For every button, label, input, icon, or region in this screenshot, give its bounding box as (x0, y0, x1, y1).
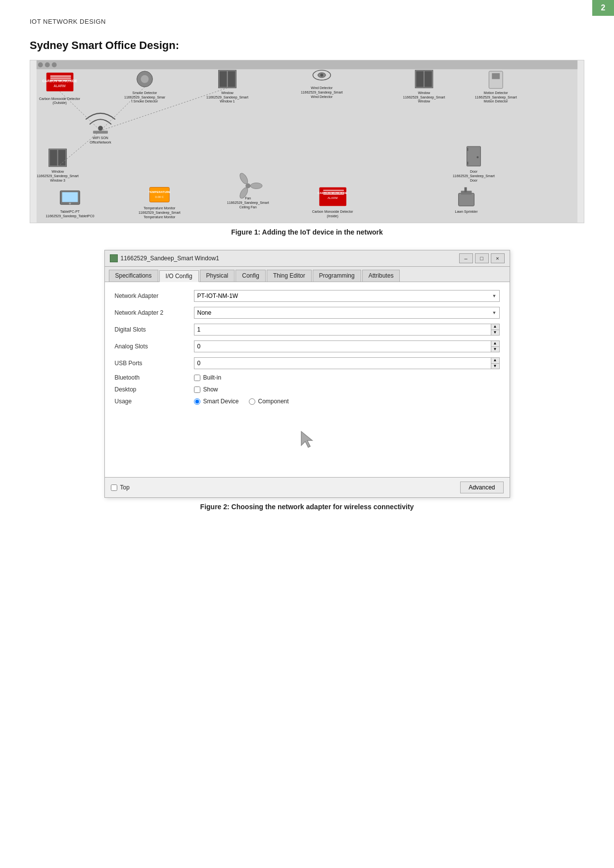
svg-text:Temperature Monitor: Temperature Monitor (143, 215, 176, 219)
svg-rect-32 (416, 71, 424, 87)
network-adapter-label: Network Adapter (115, 292, 194, 299)
dialog-controls[interactable]: – □ × (459, 253, 505, 263)
component-radio[interactable] (249, 398, 255, 405)
advanced-button[interactable]: Advanced (460, 482, 503, 493)
section-title: Sydney Smart Office Design: (30, 39, 584, 52)
svg-rect-55 (467, 162, 469, 165)
usb-ports-decrement[interactable]: ▼ (491, 364, 499, 369)
digital-slots-control[interactable]: ▲ ▼ (194, 324, 500, 336)
tab-attributes[interactable]: Attributes (362, 270, 400, 282)
usage-control[interactable]: Smart Device Component (194, 398, 500, 405)
network-adapter2-select-wrapper[interactable]: None PT-IOT-NM-1W (194, 307, 500, 319)
top-checkbox[interactable] (111, 484, 117, 491)
desktop-checkbox-label[interactable]: Show (194, 386, 218, 393)
tab-io-config[interactable]: I/O Config (159, 270, 199, 282)
analog-slots-increment[interactable]: ▲ (491, 341, 499, 347)
usb-ports-control[interactable]: ▲ ▼ (194, 357, 500, 369)
bluetooth-row: Bluetooth Built-in (115, 374, 500, 381)
minimize-button[interactable]: – (459, 253, 473, 263)
bluetooth-checkbox-label[interactable]: Built-in (194, 374, 222, 381)
network-adapter2-select[interactable]: None PT-IOT-NM-1W (194, 307, 500, 319)
svg-text:Motion Detector: Motion Detector (484, 99, 509, 103)
usb-ports-label: USB Ports (115, 360, 194, 367)
component-label: Component (258, 398, 289, 405)
bluetooth-checkbox[interactable] (194, 375, 200, 381)
network-adapter-row: Network Adapter PT-IOT-NM-1W None (115, 290, 500, 302)
digital-slots-input[interactable] (194, 324, 491, 336)
svg-point-42 (98, 126, 103, 131)
svg-text:11662529_Sandeep_Smart: 11662529_Sandeep_Smart (403, 96, 445, 99)
digital-slots-row: Digital Slots ▲ ▼ (115, 324, 500, 336)
figure2-caption: Figure 2: Choosing the network adapter f… (30, 503, 584, 511)
svg-text:Temperature Monitor: Temperature Monitor (143, 206, 176, 210)
top-checkbox-label[interactable]: Top (111, 484, 130, 491)
svg-point-3 (45, 62, 50, 67)
usb-ports-input[interactable] (194, 357, 491, 369)
svg-text:Carbon Monoxide Detector: Carbon Monoxide Detector (39, 97, 81, 100)
network-adapter2-row: Network Adapter 2 None PT-IOT-NM-1W (115, 307, 500, 319)
tab-specifications[interactable]: Specifications (109, 270, 158, 282)
tab-config[interactable]: Config (236, 270, 266, 282)
analog-slots-input[interactable] (194, 340, 491, 352)
maximize-button[interactable]: □ (475, 253, 489, 263)
network-adapter-select-wrapper[interactable]: PT-IOT-NM-1W None (194, 290, 500, 302)
network-adapter-control[interactable]: PT-IOT-NM-1W None (194, 290, 500, 302)
svg-text:Window: Window (418, 99, 431, 103)
smart-device-radio[interactable] (194, 398, 200, 405)
digital-slots-increment[interactable]: ▲ (491, 324, 499, 330)
usb-ports-spinner-btns[interactable]: ▲ ▼ (491, 357, 500, 369)
svg-rect-33 (425, 71, 432, 87)
svg-rect-54 (467, 148, 469, 151)
desktop-control[interactable]: Show (194, 386, 500, 393)
digital-slots-spinner[interactable]: ▲ ▼ (194, 324, 500, 336)
svg-rect-43 (93, 131, 108, 134)
svg-text:Fan: Fan (245, 196, 251, 200)
svg-point-27 (320, 74, 323, 77)
top-label: Top (120, 484, 130, 491)
svg-text:Window: Window (418, 91, 431, 95)
usb-ports-increment[interactable]: ▲ (491, 358, 499, 364)
svg-point-53 (476, 156, 478, 158)
dialog-tabs[interactable]: Specifications I/O Config Physical Confi… (105, 267, 510, 282)
svg-text:ALARM: ALARM (328, 196, 338, 199)
svg-text:11662529_Sandeep_Smart: 11662529_Sandeep_Smart (453, 174, 495, 178)
analog-slots-control[interactable]: ▲ ▼ (194, 340, 500, 352)
component-radio-label[interactable]: Component (249, 398, 289, 405)
svg-text:Window: Window (221, 91, 234, 95)
svg-rect-1 (37, 60, 577, 69)
digital-slots-decrement[interactable]: ▼ (491, 330, 499, 336)
svg-text:11662529_Sandeep_Smar: 11662529_Sandeep_Smar (124, 96, 166, 99)
svg-text:Wind Detector: Wind Detector (311, 86, 333, 90)
dialog-title: 11662529_Sandeep_Smart Window1 (110, 254, 219, 262)
svg-text:0.00 C: 0.00 C (155, 195, 164, 198)
usb-ports-spinner[interactable]: ▲ ▼ (194, 357, 500, 369)
bluetooth-control[interactable]: Built-in (194, 374, 500, 381)
tab-programming[interactable]: Programming (313, 270, 361, 282)
digital-slots-label: Digital Slots (115, 326, 194, 333)
window-icon (110, 254, 118, 262)
analog-slots-spinner[interactable]: ▲ ▼ (194, 340, 500, 352)
tab-thing-editor[interactable]: Thing Editor (267, 270, 312, 282)
svg-text:(Outside): (Outside) (52, 101, 67, 105)
svg-text:Window: Window (51, 170, 64, 173)
svg-text:Smoke Detector: Smoke Detector (133, 91, 157, 95)
dialog-body: Network Adapter PT-IOT-NM-1W None Networ… (105, 282, 510, 477)
smart-device-radio-label[interactable]: Smart Device (194, 398, 239, 405)
svg-rect-85 (459, 193, 474, 206)
tab-physical[interactable]: Physical (200, 270, 235, 282)
analog-slots-decrement[interactable]: ▼ (491, 347, 499, 352)
footer-left[interactable]: Top (111, 484, 130, 491)
svg-rect-60 (62, 192, 78, 202)
desktop-checkbox[interactable] (194, 386, 200, 393)
network-adapter2-control[interactable]: None PT-IOT-NM-1W (194, 307, 500, 319)
network-adapter-select[interactable]: PT-IOT-NM-1W None (194, 290, 500, 302)
close-button[interactable]: × (491, 253, 505, 263)
svg-rect-20 (228, 71, 235, 87)
usb-ports-row: USB Ports ▲ ▼ (115, 357, 500, 369)
svg-text:t Smoke Detector: t Smoke Detector (132, 99, 158, 103)
digital-slots-spinner-btns[interactable]: ▲ ▼ (491, 324, 500, 336)
usage-label: Usage (115, 398, 194, 405)
analog-slots-spinner-btns[interactable]: ▲ ▼ (491, 340, 500, 352)
svg-rect-19 (220, 71, 227, 87)
usage-radio-group[interactable]: Smart Device Component (194, 398, 289, 405)
